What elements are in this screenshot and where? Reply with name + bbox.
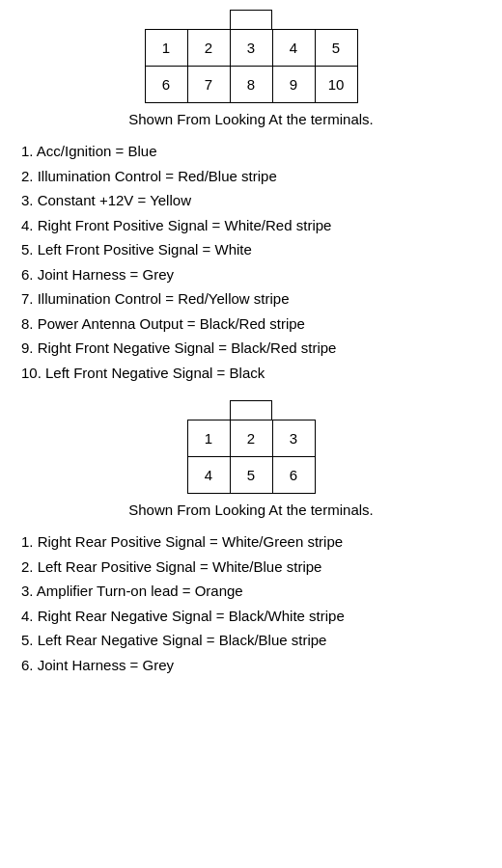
section-1: 1 2 3 4 5 6 7 8 9 10 Shown From Looking … (10, 10, 492, 385)
section1-pin-list: 1. Acc/Ignition = Blue 2. Illumination C… (10, 139, 492, 385)
cell-2-5: 10 (315, 67, 357, 103)
section2-caption: Shown From Looking At the terminals. (10, 500, 492, 520)
list-item: 10. Left Front Negative Signal = Black (17, 361, 492, 386)
section-2: 1 2 3 4 5 6 Shown From Looking At the te… (10, 400, 492, 677)
list-item: 2. Left Rear Positive Signal = White/Blu… (17, 555, 492, 580)
section1-table: 1 2 3 4 5 6 7 8 9 10 (145, 29, 358, 103)
section1-tab-cell (230, 10, 272, 29)
list-item: 3. Amplifier Turn-on lead = Orange (17, 579, 492, 604)
section2-tab-cell (230, 400, 272, 420)
cell-2-1: 4 (187, 457, 230, 494)
section2-tab-top (187, 400, 316, 420)
cell-1-4: 4 (272, 30, 315, 67)
list-item: 4. Right Front Positive Signal = White/R… (17, 213, 492, 238)
list-item: 4. Right Rear Negative Signal = Black/Wh… (17, 604, 492, 629)
section2-pin-list: 1. Right Rear Positive Signal = White/Gr… (10, 529, 492, 677)
cell-1-3: 3 (272, 420, 315, 457)
section1-table-wrapper: 1 2 3 4 5 6 7 8 9 10 (10, 10, 492, 103)
cell-2-2: 5 (230, 457, 272, 494)
cell-1-2: 2 (230, 420, 272, 457)
cell-1-2: 2 (187, 30, 230, 67)
cell-2-1: 6 (145, 67, 187, 103)
list-item: 5. Left Front Positive Signal = White (17, 237, 492, 262)
table-row: 6 7 8 9 10 (145, 67, 357, 103)
list-item: 9. Right Front Negative Signal = Black/R… (17, 336, 492, 361)
cell-1-3: 3 (230, 30, 272, 67)
list-item: 6. Joint Harness = Grey (17, 262, 492, 287)
table-row: 1 2 3 4 5 (145, 30, 357, 67)
list-item: 3. Constant +12V = Yellow (17, 188, 492, 213)
section2-table-wrapper: 1 2 3 4 5 6 (10, 400, 492, 494)
cell-2-4: 9 (272, 67, 315, 103)
list-item: 5. Left Rear Negative Signal = Black/Blu… (17, 628, 492, 653)
cell-2-2: 7 (187, 67, 230, 103)
list-item: 6. Joint Harness = Grey (17, 653, 492, 678)
section1-caption: Shown From Looking At the terminals. (10, 109, 492, 129)
cell-1-1: 1 (145, 30, 187, 67)
cell-2-3: 8 (230, 67, 272, 103)
cell-1-1: 1 (187, 420, 230, 457)
section2-table: 1 2 3 4 5 6 (187, 420, 316, 494)
table-row: 1 2 3 (187, 420, 315, 457)
list-item: 7. Illumination Control = Red/Yellow str… (17, 286, 492, 312)
list-item: 2. Illumination Control = Red/Blue strip… (17, 164, 492, 189)
section1-tab-top (145, 10, 358, 29)
table-row: 4 5 6 (187, 457, 315, 494)
list-item: 8. Power Antenna Output = Black/Red stri… (17, 312, 492, 337)
list-item: 1. Right Rear Positive Signal = White/Gr… (17, 529, 492, 555)
cell-2-3: 6 (272, 457, 315, 494)
cell-1-5: 5 (315, 30, 357, 67)
list-item: 1. Acc/Ignition = Blue (17, 139, 492, 164)
